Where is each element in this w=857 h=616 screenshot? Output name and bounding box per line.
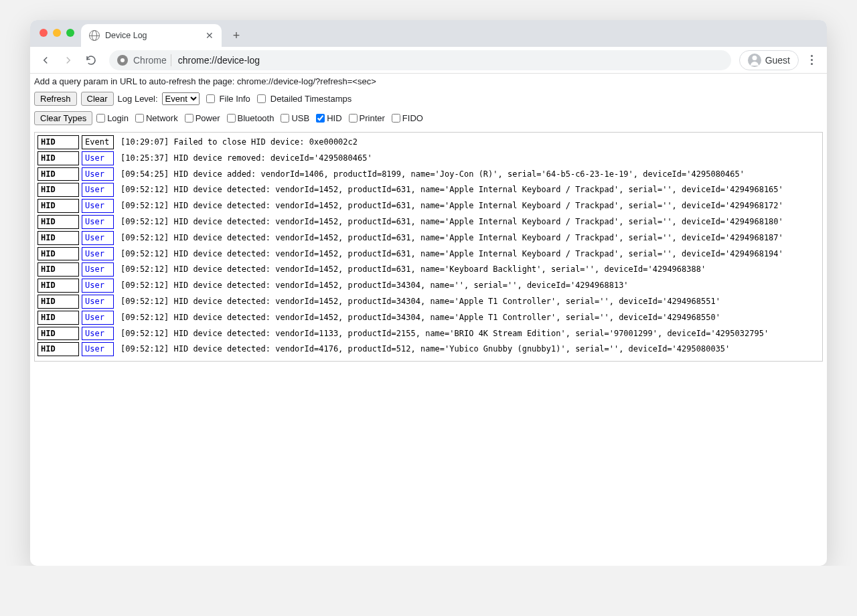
type-filter-checkbox-network[interactable] [135,114,144,123]
type-filter-label: Printer [360,113,385,123]
type-filter-checkbox-printer[interactable] [349,114,358,123]
close-window-button[interactable] [40,29,48,37]
log-level-chip: User [82,167,114,181]
controls-row-2: Clear Types LoginNetworkPowerBluetoothUS… [30,108,827,128]
log-row: HIDUser[09:54:25] HID device added: vend… [37,167,820,181]
log-timestamp: [09:52:12] [121,313,173,322]
log-timestamp: [09:52:12] [121,329,173,338]
log-text: HID device removed: deviceId='4295080465… [173,153,372,163]
log-text: Failed to close HID device: 0xe00002c2 [173,137,358,147]
type-filter-network[interactable]: Network [135,113,178,123]
controls-row-1: Refresh Clear Log Level: Event File Info… [30,89,827,108]
log-level-chip: User [82,262,114,277]
log-type-chip: HID [37,342,79,356]
log-row: HIDUser[09:52:12] HID device detected: v… [37,199,820,213]
log-row: HIDUser[10:25:37] HID device removed: de… [37,151,820,165]
log-message: [09:52:12] HID device detected: vendorId… [121,184,783,196]
type-filter-label: Power [196,113,220,123]
log-area: HIDEvent[10:29:07] Failed to close HID d… [34,132,823,362]
log-type-chip: HID [37,135,79,149]
log-timestamp: [09:52:12] [121,249,173,258]
log-timestamp: [09:52:12] [121,185,173,194]
log-type-chip: HID [37,247,79,261]
log-message: [09:52:12] HID device detected: vendorId… [121,280,629,291]
type-filter-checkbox-usb[interactable] [281,114,289,123]
detailed-timestamps-label: Detailed Timestamps [270,94,352,104]
profile-chip[interactable]: Guest [739,50,799,70]
log-type-chip: HID [37,295,79,309]
log-text: HID device detected: vendorId=1452, prod… [173,233,783,242]
log-row: HIDUser[09:52:12] HID device detected: v… [37,327,820,341]
profile-label: Guest [765,55,790,66]
log-type-chip: HID [37,231,79,245]
log-type-chip: HID [37,279,79,293]
close-tab-icon[interactable]: ✕ [206,30,214,41]
browser-toolbar: Chrome chrome://device-log Guest [30,47,827,74]
type-filter-checkbox-hid[interactable] [316,114,325,123]
log-timestamp: [10:29:07] [121,137,173,147]
log-message: [09:52:12] HID device detected: vendorId… [121,264,706,275]
log-level-chip: User [82,199,114,213]
log-message: [09:52:12] HID device detected: vendorId… [121,248,783,260]
log-text: HID device added: vendorId=1406, product… [173,169,745,179]
log-message: [09:52:12] HID device detected: vendorId… [121,216,783,228]
log-text: HID device detected: vendorId=1133, prod… [173,329,769,338]
globe-icon [89,30,100,41]
log-text: HID device detected: vendorId=1452, prod… [173,297,720,306]
tab-strip: Device Log ✕ + [30,20,827,47]
log-row: HIDUser[09:52:12] HID device detected: v… [37,311,820,325]
new-tab-button[interactable]: + [227,26,246,45]
page-content: Add a query param in URL to auto-refresh… [30,74,827,366]
type-filter-power[interactable]: Power [185,113,220,123]
window-traffic-lights [40,29,74,37]
log-message: [09:52:12] HID device detected: vendorId… [121,328,769,339]
site-info-icon[interactable] [117,55,128,66]
browser-menu-button[interactable] [801,50,822,70]
clear-types-button[interactable]: Clear Types [34,111,92,125]
type-filter-checkbox-bluetooth[interactable] [227,114,236,123]
log-message: [09:52:12] HID device detected: vendorId… [121,343,730,355]
back-button[interactable] [35,50,56,70]
log-level-chip: User [82,247,114,261]
log-timestamp: [09:52:12] [121,297,173,306]
fullscreen-window-button[interactable] [66,29,74,37]
log-text: HID device detected: vendorId=1452, prod… [173,185,783,194]
log-message: [09:52:12] HID device detected: vendorId… [121,312,720,323]
log-text: HID device detected: vendorId=1452, prod… [173,313,720,322]
log-type-chip: HID [37,183,79,197]
log-message: [09:52:12] HID device detected: vendorId… [121,296,720,307]
log-message: [09:52:12] HID device detected: vendorId… [121,232,783,244]
type-filter-bluetooth[interactable]: Bluetooth [227,113,275,123]
type-filter-printer[interactable]: Printer [349,113,385,123]
type-filter-checkbox-power[interactable] [185,114,193,123]
log-type-chip: HID [37,327,79,341]
detailed-timestamps-checkbox[interactable] [257,94,266,103]
clear-button[interactable]: Clear [81,92,114,106]
reload-button[interactable] [81,50,101,70]
type-filter-hid[interactable]: HID [316,113,341,123]
browser-tab-active[interactable]: Device Log ✕ [81,24,222,47]
type-filter-checkbox-login[interactable] [96,114,105,123]
log-timestamp: [10:25:37] [121,153,173,163]
minimize-window-button[interactable] [53,29,61,37]
forward-button[interactable] [58,50,78,70]
log-row: HIDUser[09:52:12] HID device detected: v… [37,262,820,277]
type-filter-label: Bluetooth [238,113,275,123]
log-row: HIDUser[09:52:12] HID device detected: v… [37,215,820,229]
type-filter-checkbox-fido[interactable] [392,114,400,123]
log-level-chip: User [82,151,114,165]
type-filter-fido[interactable]: FIDO [392,113,423,123]
log-row: HIDUser[09:52:12] HID device detected: v… [37,342,820,356]
refresh-button[interactable]: Refresh [34,92,77,106]
log-row: HIDEvent[10:29:07] Failed to close HID d… [37,135,820,149]
log-level-chip: User [82,311,114,325]
log-type-chip: HID [37,311,79,325]
log-level-select[interactable]: Event [162,92,200,105]
log-type-chip: HID [37,151,79,165]
type-filter-login[interactable]: Login [96,113,129,123]
omnibox[interactable]: Chrome chrome://device-log [109,50,731,70]
file-info-checkbox[interactable] [206,94,215,103]
log-message: [10:25:37] HID device removed: deviceId=… [121,153,372,164]
type-filter-usb[interactable]: USB [281,113,309,123]
log-level-chip: User [82,183,114,197]
